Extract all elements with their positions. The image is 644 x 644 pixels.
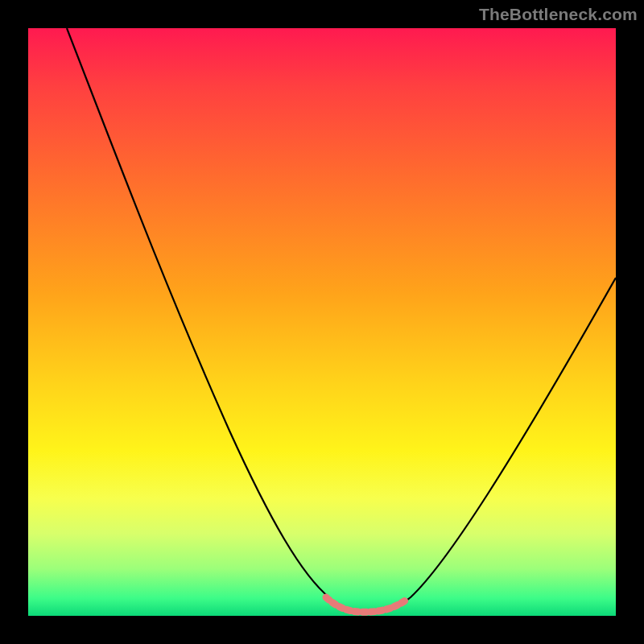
chart-plot-area (28, 28, 616, 616)
highlight-band (326, 597, 407, 612)
chart-svg (28, 28, 616, 616)
watermark-text: TheBottleneck.com (479, 5, 638, 24)
bottleneck-curve (67, 28, 616, 613)
chart-frame: TheBottleneck.com (0, 0, 644, 644)
